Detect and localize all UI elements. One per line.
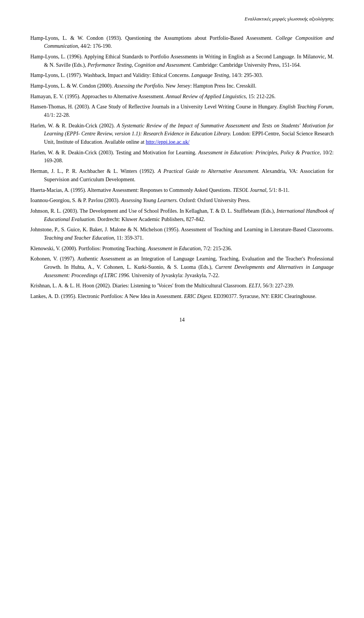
reference-text: Hansen-Thomas, H. (2003). A Case Study o…	[30, 104, 279, 110]
reference-entry: Johnson, R. L. (2003). The Development a…	[30, 207, 334, 223]
reference-link[interactable]: http://eppi.ioe.ac.uk/	[146, 139, 189, 145]
reference-italic-text: A Practical Guide to Alternative Assessm…	[158, 168, 259, 174]
reference-italic-text: Teaching and Teacher Education,	[44, 235, 115, 241]
header-title: Εναλλακτικές μορφές γλωσσικής αξιολόγηση…	[245, 16, 334, 22]
reference-entry: Lankes, A. D. (1995). Electronic Portfol…	[30, 292, 334, 301]
reference-entry: Hamp-Lyons, L. (1996). Applying Ethical …	[30, 53, 334, 69]
reference-entry: Kohonen, V. (1997). Authentic Assessment…	[30, 255, 334, 279]
reference-text: Hamayan, E. V. (1995). Approaches to Alt…	[30, 94, 166, 99]
reference-text: 14/3: 295-303.	[230, 72, 263, 78]
reference-text: 41/1: 22-28.	[44, 112, 70, 118]
reference-entry: Hansen-Thomas, H. (2003). A Case Study o…	[30, 103, 334, 119]
page-header: Εναλλακτικές μορφές γλωσσικής αξιολόγηση…	[30, 15, 334, 23]
references-container: Hamp-Lyons, L. & W. Condon (1993). Quest…	[30, 34, 334, 301]
page-number: 14	[179, 317, 185, 323]
reference-entry: Krishnan, L. A. & L. H. Hoon (2002). Dia…	[30, 282, 334, 290]
reference-text: ED390377. Syracuse, NY: ERIC Clearinghou…	[212, 293, 317, 299]
reference-text: Lankes, A. D. (1995). Electronic Portfol…	[30, 293, 184, 299]
reference-text: Hamp-Lyons, L. (1997). Washback, Impact …	[30, 72, 191, 78]
reference-entry: Hamayan, E. V. (1995). Approaches to Alt…	[30, 93, 334, 101]
reference-entry: Hamp-Lyons, L. & W. Condon (1993). Quest…	[30, 34, 334, 50]
reference-text: Herman, J. L., P. R. Aschbacher & L. Win…	[30, 168, 158, 174]
reference-text: 7/2: 215-236.	[202, 246, 232, 251]
reference-text: 11: 359-371.	[115, 235, 144, 241]
reference-italic-text: Assessment in Education: Principles, Pol…	[198, 150, 321, 155]
reference-text: 44/2: 176-190.	[79, 43, 112, 49]
reference-italic-text: ERIC Digest.	[184, 293, 212, 299]
reference-text: Harlen, W. & R. Deakin-Crick (2002).	[30, 123, 117, 129]
reference-entry: Klenowski, V. (2000). Portfolios: Promot…	[30, 245, 334, 253]
reference-entry: Herman, J. L., P. R. Aschbacher & L. Win…	[30, 167, 334, 184]
reference-entry: Ioannou-Georgiou, S. & P. Pavlou (2003).…	[30, 196, 334, 205]
reference-text: University of Jyvaskyla: Jyvaskyla, 7-22…	[130, 273, 219, 278]
reference-italic-text: Assessment in Education,	[148, 246, 202, 251]
reference-text: Harlen, W. & R. Deakin-Crick (2003). Tes…	[30, 150, 198, 155]
reference-text: 56/3: 227-239.	[262, 283, 294, 289]
reference-text: Dordrecht: Kluwer Academic Publishers, 8…	[96, 216, 205, 222]
reference-text: Huerta-Macias, A. (1995). Alternative As…	[30, 187, 233, 193]
reference-italic-text: TESOL Journal,	[233, 187, 268, 193]
reference-text: Krishnan, L. A. & L. H. Hoon (2002). Dia…	[30, 283, 249, 289]
reference-italic-text: Annual Review of Applied Linguistics,	[166, 94, 247, 99]
reference-italic-text: Performance Testing, Cognition and Asses…	[88, 62, 192, 68]
reference-entry: Huerta-Macias, A. (1995). Alternative As…	[30, 186, 334, 194]
reference-text: Oxford: Oxford University Press.	[178, 198, 250, 203]
reference-text: Cambridge: Cambridge University Press, 1…	[191, 62, 301, 68]
reference-text: Johnson, R. L. (2003). The Development a…	[30, 208, 276, 214]
reference-italic-text: ELTJ,	[249, 283, 262, 289]
reference-text: 5/1: 8-11.	[268, 187, 289, 193]
reference-entry: Harlen, W. & R. Deakin-Crick (2002). A S…	[30, 122, 334, 146]
reference-italic-text: Assessing Young Learners.	[121, 198, 178, 203]
reference-text: Klenowski, V. (2000). Portfolios: Promot…	[30, 246, 148, 251]
reference-italic-text: Assessing the Portfolio.	[114, 83, 165, 89]
reference-text: Johnstone, P., S. Guice, K. Baker, J. Ma…	[30, 227, 334, 232]
reference-entry: Harlen, W. & R. Deakin-Crick (2003). Tes…	[30, 149, 334, 165]
reference-entry: Hamp-Lyons, L. & W. Condon (2000). Asses…	[30, 82, 334, 90]
reference-italic-text: English Teaching Forum,	[279, 104, 334, 110]
reference-entry: Johnstone, P., S. Guice, K. Baker, J. Ma…	[30, 226, 334, 242]
reference-text: Hamp-Lyons, L. & W. Condon (1993). Quest…	[30, 35, 276, 41]
page-footer: 14	[30, 316, 334, 324]
reference-text: Ioannou-Georgiou, S. & P. Pavlou (2003).	[30, 198, 121, 203]
reference-text: Hamp-Lyons, L. & W. Condon (2000).	[30, 83, 114, 89]
reference-italic-text: Language Testing,	[191, 72, 230, 78]
reference-text: 15: 212-226.	[247, 94, 276, 99]
reference-entry: Hamp-Lyons, L. (1997). Washback, Impact …	[30, 71, 334, 80]
reference-text: New Jersey: Hampton Press Inc. Cresskill…	[165, 83, 257, 89]
